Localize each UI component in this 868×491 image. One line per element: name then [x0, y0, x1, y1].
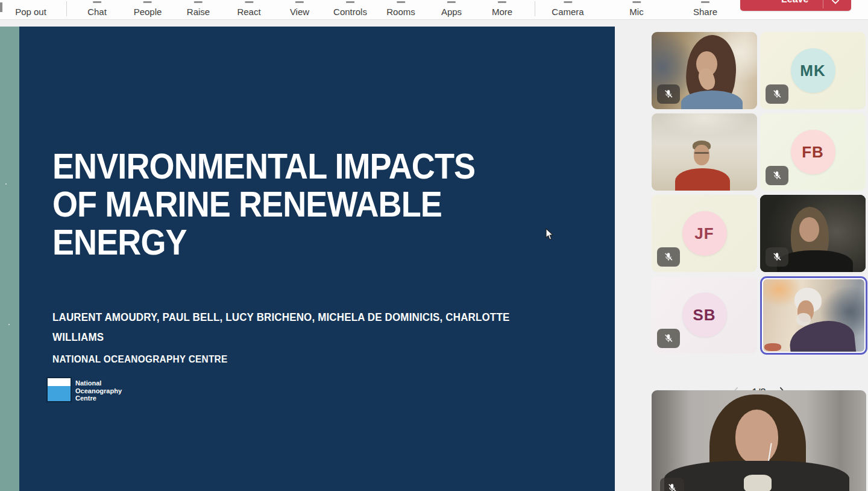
toolbar-label: Share — [693, 7, 717, 17]
controls-icon — [346, 1, 354, 3]
participant-video — [760, 195, 866, 272]
leave-button-label: Leave — [781, 0, 808, 11]
participant-tile-video-2[interactable] — [652, 113, 757, 191]
noc-logo — [46, 377, 72, 402]
mouse-cursor — [546, 228, 555, 243]
participant-tile-video-3[interactable] — [760, 195, 866, 272]
toolbar-item-react[interactable]: React — [237, 0, 260, 20]
toolbar-item-rooms[interactable]: Rooms — [386, 0, 415, 20]
avatar-initials: FB — [802, 143, 824, 162]
person-silhouette — [799, 217, 819, 242]
participant-tile-avatar-mk[interactable]: MK — [760, 32, 866, 109]
slide-title-line: OF MARINE RENEWABLE — [52, 185, 475, 223]
noc-logo-text-line: Centre — [75, 394, 122, 402]
wallpaper-speck — [8, 324, 10, 325]
noc-logo-sea — [48, 386, 71, 401]
person-silhouette — [681, 90, 743, 109]
camera-icon — [564, 1, 572, 3]
toolbar-divider — [535, 1, 535, 16]
toolbar-label: Rooms — [386, 7, 415, 17]
participant-tile-avatar-fb[interactable]: FB — [760, 113, 866, 191]
toolbar-label: React — [237, 7, 260, 17]
toolbar-item-mic[interactable]: Mic — [629, 0, 643, 20]
mic-icon — [632, 1, 641, 3]
view-icon — [295, 1, 304, 3]
toolbar-label: Raise — [187, 7, 210, 17]
noc-logo-text: National Oceanography Centre — [75, 379, 122, 402]
desktop-wallpaper-strip — [0, 27, 19, 491]
avatar-initials: MK — [800, 62, 825, 80]
person-silhouette — [675, 168, 730, 191]
toolbar-label: View — [290, 7, 309, 17]
people-icon — [143, 1, 152, 3]
avatar: MK — [791, 48, 835, 93]
participant-tile-video-1[interactable] — [652, 32, 757, 109]
toolbar-item-pop-out[interactable]: Pop out — [15, 0, 46, 20]
toolbar-label: Chat — [87, 7, 107, 17]
spotlight-video-tile[interactable] — [652, 390, 866, 491]
toolbar-item-view[interactable]: View — [290, 0, 309, 20]
shared-screen-slide: ENVIRONMENTAL IMPACTS OF MARINE RENEWABL… — [19, 27, 615, 491]
toolbar-item-chat[interactable]: Chat — [87, 0, 107, 20]
person-silhouette — [796, 313, 811, 325]
toolbar-label: People — [134, 7, 162, 17]
apps-icon — [447, 1, 456, 3]
muted-mic-icon — [657, 247, 680, 267]
toolbar-label: Mic — [629, 7, 643, 17]
slide-title-line: ENERGY — [52, 223, 475, 261]
more-icon — [498, 1, 506, 3]
muted-mic-icon — [766, 247, 788, 267]
toolbar-item-camera[interactable]: Camera — [552, 0, 583, 20]
muted-mic-icon — [657, 84, 680, 104]
avatar-initials: SB — [693, 306, 715, 325]
noc-logo-text-line: Oceanography — [75, 387, 122, 395]
muted-mic-icon — [766, 84, 788, 104]
leave-button[interactable]: Leave — [740, 0, 851, 11]
toolbar-item-more[interactable]: More — [492, 0, 512, 20]
slide-title-line: ENVIRONMENTAL IMPACTS — [52, 147, 475, 185]
participant-video — [763, 279, 864, 352]
avatar-initials: JF — [694, 224, 714, 243]
avatar: SB — [682, 293, 727, 337]
toolbar-item-raise[interactable]: Raise — [187, 0, 210, 20]
slide-affiliation: NATIONAL OCEANOGRAPHY CENTRE — [52, 354, 228, 365]
toolbar-label: Pop out — [15, 7, 46, 17]
toolbar-label: Apps — [441, 7, 462, 17]
participant-tile-avatar-sb[interactable]: SB — [652, 276, 757, 353]
raise-hand-icon — [194, 1, 203, 3]
participant-video — [652, 113, 757, 191]
person-silhouette — [735, 410, 778, 464]
toolbar-item-apps[interactable]: Apps — [441, 0, 462, 20]
muted-mic-icon — [660, 478, 684, 491]
muted-mic-icon — [766, 166, 788, 185]
rooms-icon — [397, 1, 405, 3]
toolbar-item-people[interactable]: People — [134, 0, 162, 20]
leave-button-divider — [823, 0, 823, 8]
share-icon — [701, 1, 709, 3]
person-silhouette — [744, 475, 772, 491]
wallpaper-speck — [5, 183, 7, 185]
slide-title: ENVIRONMENTAL IMPACTS OF MARINE RENEWABL… — [52, 147, 475, 261]
slide-authors-line: LAURENT AMOUDRY, PAUL BELL, LUCY BRICHEN… — [52, 308, 509, 328]
avatar: FB — [791, 130, 835, 174]
toolbar-item-controls[interactable]: Controls — [333, 0, 367, 20]
participant-tile-avatar-jf[interactable]: JF — [652, 195, 757, 272]
toolbar-label: More — [492, 7, 512, 17]
person-silhouette — [694, 152, 709, 154]
participant-video — [652, 32, 757, 109]
chevron-down-icon[interactable] — [832, 0, 839, 7]
toolbar-label: Camera — [552, 7, 583, 17]
chat-icon — [93, 1, 101, 3]
noc-logo-text-line: National — [75, 379, 122, 387]
meeting-stage: ENVIRONMENTAL IMPACTS OF MARINE RENEWABL… — [0, 21, 868, 491]
slide-authors: LAURENT AMOUDRY, PAUL BELL, LUCY BRICHEN… — [52, 308, 509, 347]
collapsed-control-icon — [0, 2, 2, 12]
participant-tile-video-active-speaker[interactable] — [760, 276, 867, 355]
avatar: JF — [682, 211, 727, 256]
meeting-toolbar: Pop out Chat People Raise React View Con… — [0, 0, 868, 20]
toolbar-item-share[interactable]: Share — [693, 0, 717, 20]
person-silhouette — [694, 145, 709, 165]
muted-mic-icon — [657, 329, 680, 348]
slide-authors-line: WILLIAMS — [52, 328, 509, 347]
person-silhouette — [764, 343, 782, 351]
